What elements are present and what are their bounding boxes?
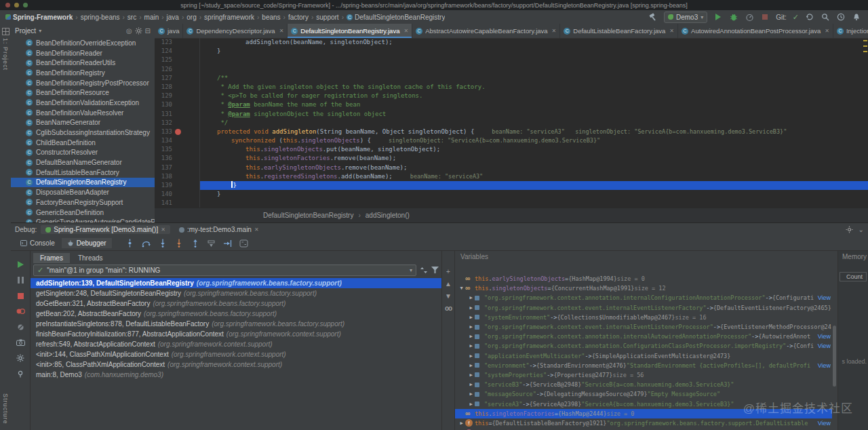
project-tree-item[interactable]: CBeanDefinitionRegistryPostProcessor	[11, 78, 155, 88]
step-over-icon[interactable]	[142, 239, 151, 248]
close-tab-icon[interactable]: ✕	[825, 28, 829, 34]
stack-frame[interactable]: getSingleton:248, DefaultSingletonBeanRe…	[31, 288, 441, 298]
breadcrumb-item[interactable]: springframework	[204, 14, 254, 21]
breadcrumb-item[interactable]: main	[144, 14, 159, 21]
tree-collapsed-arrow-icon[interactable]: ▶	[467, 363, 475, 368]
code-line[interactable]: 125	[155, 56, 868, 64]
project-tree-item[interactable]: CDefaultListableBeanFactory	[11, 168, 155, 178]
breadcrumb-item[interactable]: org	[186, 14, 196, 21]
variable-row[interactable]: ▶"org.springframework.context.event.inte…	[455, 322, 832, 332]
settings-gear-icon[interactable]	[846, 226, 853, 233]
variable-row[interactable]: ▶"systemEnvironment" -> {Collections$Unm…	[455, 313, 832, 322]
line-number[interactable]: 135	[155, 145, 172, 154]
project-tree-item[interactable]: CBeanDefinitionOverrideException	[11, 38, 155, 48]
code-line[interactable]: 141	[155, 199, 868, 208]
project-tree-item[interactable]: CBeanNameGenerator	[11, 118, 155, 128]
code-line[interactable]: 123addSingleton(beanName, singletonObjec…	[155, 38, 868, 47]
variable-row[interactable]: ▶"org.springframework.context.annotation…	[455, 332, 832, 341]
stack-frame[interactable]: preInstantiateSingletons:878, DefaultLis…	[31, 319, 441, 329]
variables-scrollbar[interactable]	[832, 251, 838, 430]
tree-collapsed-arrow-icon[interactable]: ▶	[467, 402, 475, 407]
stack-frame[interactable]: <init>:85, ClassPathXmlApplicationContex…	[31, 359, 441, 370]
tree-collapsed-arrow-icon[interactable]: ▶	[467, 343, 475, 349]
tree-collapsed-arrow-icon[interactable]: ▶	[467, 391, 475, 397]
code-line[interactable]: 130 * @param beanName the name of the be…	[155, 100, 868, 109]
tree-collapsed-arrow-icon[interactable]: ▶	[467, 295, 475, 300]
step-out-icon[interactable]	[191, 239, 200, 248]
stack-frame[interactable]: doGetBean:321, AbstractBeanFactory(org.s…	[31, 298, 441, 309]
pause-button[interactable]	[16, 275, 25, 285]
add-watch-icon[interactable]: +	[446, 269, 450, 275]
code-line[interactable]: 134synchronized (this.singletonObjects) …	[155, 136, 868, 145]
breadcrumb-item[interactable]: spring-beans	[81, 14, 120, 21]
line-number[interactable]: 140	[155, 190, 172, 199]
code-line[interactable]: 138this.registeredSingletons.add(beanNam…	[155, 172, 868, 181]
variable-row[interactable]: oothis.singletonFactories = {HashMap@244…	[455, 409, 832, 418]
line-number[interactable]: 127	[155, 74, 172, 83]
tree-collapsed-arrow-icon[interactable]: ▶	[467, 353, 475, 359]
close-icon[interactable]: ✕	[161, 227, 165, 233]
resume-button[interactable]	[16, 260, 25, 269]
stack-frame[interactable]: refresh:549, AbstractApplicationContext(…	[31, 339, 441, 349]
gear-icon[interactable]	[135, 27, 142, 35]
line-number[interactable]: 124	[155, 47, 172, 56]
variable-row[interactable]: ▶"serviceB3" -> {ServiceB@2948} "Service…	[455, 380, 832, 389]
project-tree-item[interactable]: CBeanDefinitionValidationException	[11, 98, 155, 108]
code-line[interactable]: 133protected void addSingleton(String be…	[155, 128, 868, 136]
project-tree-item[interactable]: CGenericTypeAwareAutowireCandidateRes	[11, 217, 155, 222]
editor-tab[interactable]: CDependencyDescriptor.java✕	[183, 24, 288, 38]
line-number[interactable]: 128	[155, 83, 172, 92]
project-tree-item[interactable]: CFactoryBeanRegistrySupport	[11, 197, 155, 208]
filter-funnel-icon[interactable]	[431, 267, 439, 273]
tab-frames[interactable]: Frames	[33, 253, 70, 263]
tree-expanded-arrow-icon[interactable]: ▼	[458, 286, 465, 291]
line-number[interactable]: 139	[155, 181, 172, 190]
close-tab-icon[interactable]: ✕	[403, 28, 408, 34]
line-number[interactable]: 137	[155, 163, 172, 172]
line-number[interactable]: 129	[155, 92, 172, 100]
stack-frame[interactable]: finishBeanFactoryInitialization:877, Abs…	[31, 329, 441, 339]
variable-row[interactable]: ▼oothis.singletonObjects = {ConcurrentHa…	[455, 284, 832, 293]
project-tree-item[interactable]: CChildBeanDefinition	[11, 138, 155, 148]
drop-frame-icon[interactable]	[207, 239, 216, 248]
stripe-mark[interactable]	[863, 51, 867, 52]
variable-row[interactable]: ▶"serviceA3" -> {ServiceA@2398} "Service…	[455, 399, 832, 408]
line-number[interactable]: 123	[155, 38, 172, 47]
line-number[interactable]: 125	[155, 56, 172, 64]
debug-settings-gear-icon[interactable]	[16, 353, 25, 363]
code-line[interactable]: 140}	[155, 190, 868, 199]
view-link[interactable]: View	[814, 420, 831, 427]
code-line[interactable]: 135this.singletonObjects.put(beanName, s…	[155, 145, 868, 154]
history-icon[interactable]	[836, 12, 846, 22]
debug-session-tab-spring[interactable]: Spring-Framework [Demo3.main()] ✕	[41, 225, 170, 234]
force-step-into-icon[interactable]	[174, 239, 184, 248]
project-tree-item[interactable]: CBeanDefinitionReaderUtils	[11, 58, 155, 68]
thread-dump-camera-icon[interactable]	[16, 338, 25, 347]
close-tab-icon[interactable]: ✕	[552, 28, 557, 34]
project-tree-item[interactable]: CBeanDefinitionRegistry	[11, 68, 155, 78]
breakpoint-icon[interactable]	[175, 129, 181, 135]
sort-frames-icon[interactable]	[420, 267, 427, 274]
editor-tab[interactable]: CDefaultSingletonBeanRegistry.java✕	[288, 24, 412, 38]
project-stripe-button[interactable]: 1: Project	[2, 38, 9, 71]
tree-collapsed-arrow-icon[interactable]: ▶	[467, 372, 475, 378]
evaluate-expression-icon[interactable]	[239, 239, 249, 248]
code-line[interactable]: 126	[155, 65, 868, 74]
line-number[interactable]: 132	[155, 119, 172, 128]
breadcrumb-item[interactable]: support	[316, 14, 338, 21]
line-number[interactable]: 130	[155, 100, 172, 109]
git-update-icon[interactable]	[805, 12, 814, 22]
project-view-select[interactable]: Project	[15, 27, 36, 35]
search-icon[interactable]	[821, 12, 830, 22]
profiler-icon[interactable]	[745, 12, 754, 22]
code-line[interactable]: 124}	[155, 47, 868, 56]
variable-row[interactable]: oothis.earlySingletonObjects = {HashMap@…	[455, 274, 832, 284]
tab-threads[interactable]: Threads	[71, 253, 110, 263]
view-breakpoints-icon[interactable]	[16, 307, 25, 316]
close-window-button[interactable]	[5, 3, 10, 7]
breadcrumb-class[interactable]: DefaultSingletonBeanRegistry	[263, 212, 353, 219]
pin-tab-icon[interactable]	[16, 369, 25, 378]
view-link[interactable]: View	[814, 294, 831, 301]
variable-row[interactable]: ▶"org.springframework.context.annotation…	[455, 341, 832, 351]
move-watch-down-icon[interactable]: ▼	[445, 293, 452, 300]
